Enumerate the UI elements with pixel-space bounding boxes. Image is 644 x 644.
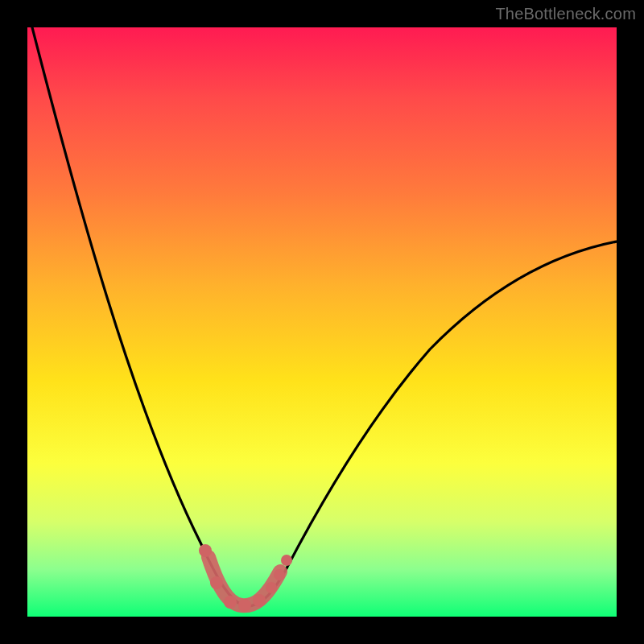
marker-dot [210,576,223,589]
marker-dot [253,594,266,607]
watermark-text: TheBottleneck.com [495,5,636,23]
plot-svg [27,27,617,617]
bottleneck-curve [32,27,617,606]
marker-dot [281,555,292,566]
marker-dot [238,599,251,612]
marker-dot [266,582,277,593]
marker-dot [199,544,212,557]
marker-dot [224,596,237,609]
marker-dot [274,569,285,580]
chart-area [27,27,617,617]
